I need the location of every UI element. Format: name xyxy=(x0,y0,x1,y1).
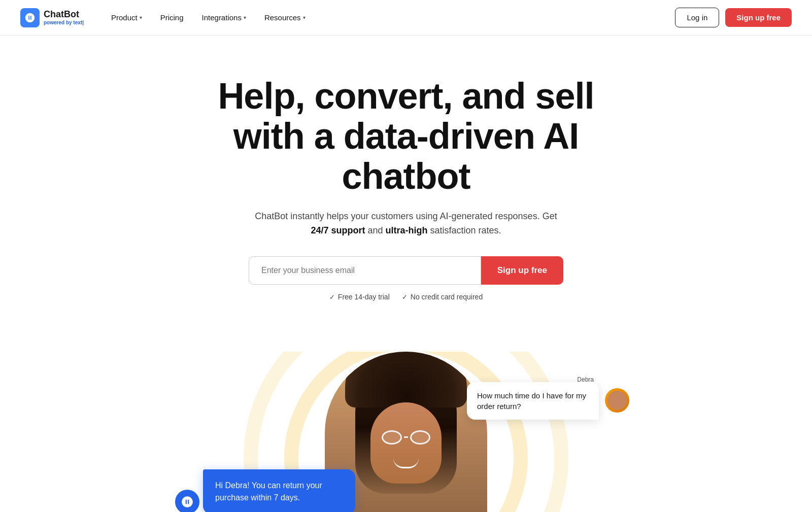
nav-link-product[interactable]: Product ▾ xyxy=(104,9,149,26)
trust-badges: ✓ Free 14-day trial ✓ No credit card req… xyxy=(188,293,624,301)
nav-link-integrations[interactable]: Integrations ▾ xyxy=(195,9,253,26)
nav-left: ChatBot powered by text| Product ▾ Prici… xyxy=(20,8,313,27)
check-icon: ✓ xyxy=(329,293,335,301)
avatar-face xyxy=(607,391,627,410)
chat-bubble-bot: Hi Debra! You can return your purchase w… xyxy=(203,469,355,512)
glass-left xyxy=(382,430,402,445)
logo-icon xyxy=(20,8,40,27)
person-smile xyxy=(393,458,419,468)
glass-right xyxy=(410,430,430,445)
hero-subtitle: ChatBot instantly helps your customers u… xyxy=(249,209,563,238)
logo[interactable]: ChatBot powered by text| xyxy=(20,8,84,27)
logo-sub: powered by text| xyxy=(44,20,84,25)
badge-no-card: ✓ No credit card required xyxy=(402,293,483,301)
chevron-down-icon: ▾ xyxy=(140,15,142,20)
chatbot-icon xyxy=(181,495,194,508)
chatbot-logo-icon xyxy=(24,12,36,23)
chat-bubble-user: How much time do I have for my order ret… xyxy=(467,382,599,420)
logo-name: ChatBot xyxy=(44,10,84,20)
signup-button-nav[interactable]: Sign up free xyxy=(725,8,792,27)
chevron-down-icon: ▾ xyxy=(303,15,306,20)
badge-trial: ✓ Free 14-day trial xyxy=(329,293,390,301)
hero-section: Help, convert, and sell with a data-driv… xyxy=(178,36,634,352)
signup-button-hero[interactable]: Sign up free xyxy=(481,256,563,285)
bot-avatar xyxy=(175,490,199,512)
navbar: ChatBot powered by text| Product ▾ Prici… xyxy=(0,0,812,36)
glass-bridge xyxy=(404,436,408,438)
nav-links: Product ▾ Pricing Integrations ▾ Resourc… xyxy=(104,9,313,26)
email-input[interactable] xyxy=(249,256,481,285)
user-avatar xyxy=(605,388,629,413)
logo-brand: text| xyxy=(73,20,84,25)
nav-link-pricing[interactable]: Pricing xyxy=(153,9,191,26)
nav-link-resources[interactable]: Resources ▾ xyxy=(257,9,313,26)
nav-right: Log in Sign up free xyxy=(675,8,792,27)
email-form: Sign up free xyxy=(249,256,563,285)
hero-title: Help, convert, and sell with a data-driv… xyxy=(188,76,624,197)
person-head xyxy=(355,362,457,494)
logo-text: ChatBot powered by text| xyxy=(44,10,84,25)
hero-visual: Debra How much time do I have for my ord… xyxy=(101,352,710,512)
login-button[interactable]: Log in xyxy=(675,8,719,27)
check-icon: ✓ xyxy=(402,293,408,301)
chevron-down-icon: ▾ xyxy=(244,15,246,20)
person-hair xyxy=(345,352,467,407)
person-face xyxy=(370,402,442,484)
person-glasses xyxy=(382,430,430,445)
